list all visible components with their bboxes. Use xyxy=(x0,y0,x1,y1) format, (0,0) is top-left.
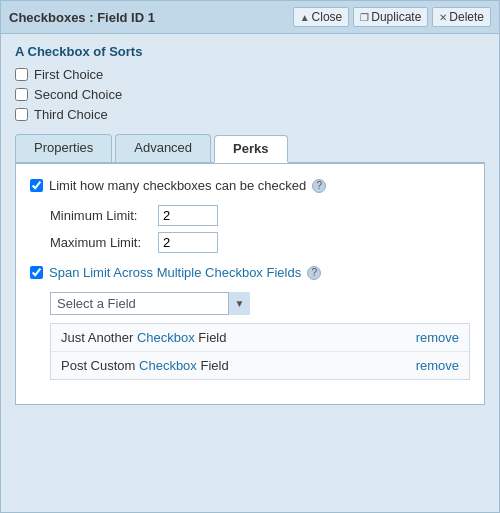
main-window: Checkboxes : Field ID 1 ▲ Close ❐ Duplic… xyxy=(0,0,500,513)
span-checkbox[interactable] xyxy=(30,266,43,279)
limit-checkbox-row: Limit how many checkboxes can be checked… xyxy=(30,178,470,193)
title-bar: Checkboxes : Field ID 1 ▲ Close ❐ Duplic… xyxy=(1,1,499,34)
field-name-2-highlight: Checkbox xyxy=(139,358,197,373)
delete-button[interactable]: ✕ Delete xyxy=(432,7,491,27)
min-limit-label: Minimum Limit: xyxy=(50,208,150,223)
first-choice-checkbox[interactable] xyxy=(15,68,28,81)
max-limit-row: Maximum Limit: xyxy=(50,232,470,253)
tab-properties[interactable]: Properties xyxy=(15,134,112,162)
remove-button-2[interactable]: remove xyxy=(416,358,459,373)
limit-info-icon[interactable]: ? xyxy=(312,179,326,193)
limit-checkbox[interactable] xyxy=(30,179,43,192)
list-item: Second Choice xyxy=(15,87,485,102)
field-name-1: Just Another Checkbox Field xyxy=(61,330,227,345)
third-choice-checkbox[interactable] xyxy=(15,108,28,121)
tab-perks[interactable]: Perks xyxy=(214,135,287,163)
delete-label: Delete xyxy=(449,10,484,24)
first-choice-label: First Choice xyxy=(34,67,103,82)
third-choice-label: Third Choice xyxy=(34,107,108,122)
second-choice-label: Second Choice xyxy=(34,87,122,102)
tab-advanced[interactable]: Advanced xyxy=(115,134,211,162)
checkbox-section: A Checkbox of Sorts First Choice Second … xyxy=(15,44,485,122)
close-icon: ▲ xyxy=(300,12,310,23)
field-select-row: Select a Field ▼ xyxy=(50,292,470,315)
duplicate-button[interactable]: ❐ Duplicate xyxy=(353,7,428,27)
min-limit-row: Minimum Limit: xyxy=(50,205,470,226)
duplicate-icon: ❐ xyxy=(360,12,369,23)
limit-label: Limit how many checkboxes can be checked xyxy=(49,178,306,193)
field-select[interactable]: Select a Field xyxy=(50,292,250,315)
field-select-block: Select a Field ▼ Just Another Checkbox F… xyxy=(50,292,470,380)
field-name-2: Post Custom Checkbox Field xyxy=(61,358,229,373)
table-row: Just Another Checkbox Field remove xyxy=(51,324,469,352)
select-wrapper: Select a Field ▼ xyxy=(50,292,250,315)
checkbox-section-title: A Checkbox of Sorts xyxy=(15,44,485,59)
second-choice-checkbox[interactable] xyxy=(15,88,28,101)
close-label: Close xyxy=(312,10,343,24)
list-item: First Choice xyxy=(15,67,485,82)
window-title: Checkboxes : Field ID 1 xyxy=(9,10,155,25)
span-info-icon[interactable]: ? xyxy=(307,266,321,280)
span-checkbox-row: Span Limit Across Multiple Checkbox Fiel… xyxy=(30,265,470,280)
delete-icon: ✕ xyxy=(439,12,447,23)
duplicate-label: Duplicate xyxy=(371,10,421,24)
close-button[interactable]: ▲ Close xyxy=(293,7,350,27)
list-item: Third Choice xyxy=(15,107,485,122)
field-list: Just Another Checkbox Field remove Post … xyxy=(50,323,470,380)
field-name-1-highlight: Checkbox xyxy=(137,330,195,345)
tabs-row: Properties Advanced Perks xyxy=(15,134,485,164)
span-label: Span Limit Across Multiple Checkbox Fiel… xyxy=(49,265,301,280)
remove-button-1[interactable]: remove xyxy=(416,330,459,345)
title-bar-actions: ▲ Close ❐ Duplicate ✕ Delete xyxy=(293,7,491,27)
tab-content-perks: Limit how many checkboxes can be checked… xyxy=(15,164,485,405)
max-limit-input[interactable] xyxy=(158,232,218,253)
table-row: Post Custom Checkbox Field remove xyxy=(51,352,469,379)
limit-block: Minimum Limit: Maximum Limit: xyxy=(50,205,470,253)
min-limit-input[interactable] xyxy=(158,205,218,226)
main-content: A Checkbox of Sorts First Choice Second … xyxy=(1,34,499,415)
max-limit-label: Maximum Limit: xyxy=(50,235,150,250)
